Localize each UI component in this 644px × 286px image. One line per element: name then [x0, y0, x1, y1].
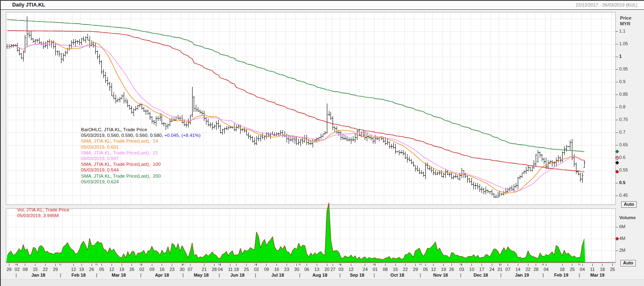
price-tick-label: 1: [619, 54, 622, 59]
x-day-label: 14: [515, 267, 520, 272]
x-day-label: 20: [324, 267, 329, 272]
price-legend-line: SMA, JTIA.KL, Trade Price(Last), 100: [81, 161, 201, 167]
x-day-label: 26: [129, 267, 134, 272]
x-day-label: 03: [459, 267, 464, 272]
month-separator: |: [60, 273, 61, 277]
x-month-label: Feb 18: [71, 273, 85, 277]
x-day-label: 13: [314, 267, 319, 272]
x-day-label: 23: [169, 267, 174, 272]
x-month-label: Aug 18: [312, 273, 327, 277]
x-month-label: Nov 18: [433, 273, 448, 277]
x-day-label: 09: [264, 267, 269, 272]
price-tick-label: 0.8: [619, 104, 625, 109]
month-separator: |: [96, 273, 97, 277]
x-day-label: 18: [560, 267, 565, 272]
month-separator: |: [219, 273, 220, 277]
axis-marker: [616, 170, 619, 174]
axis-marker: [616, 237, 619, 241]
x-day-label: 30: [180, 267, 184, 272]
month-separator: |: [340, 273, 341, 277]
x-day-label: 15: [33, 267, 38, 272]
x-day-label: 25: [610, 267, 615, 272]
chart-stage: 1.11.0510.950.90.850.80.750.70.650.60.55…: [1, 10, 644, 286]
month-separator: |: [182, 273, 184, 277]
x-day-label: 19: [119, 267, 124, 272]
price-legend-line: 05/03/2019, 0.624: [81, 179, 201, 185]
x-day-label: 08: [383, 267, 388, 272]
price-legend-line: 05/03/2019, 0.544: [81, 167, 201, 173]
price-legend-line: BarOHLC, JTIA.KL, Trade Price: [81, 127, 201, 132]
x-month-label: May 18: [194, 273, 209, 277]
price-axis-header: Price: [620, 15, 631, 20]
x-day-label: 15: [393, 267, 398, 272]
price-tick-label: 0.5: [619, 180, 625, 185]
x-month-label: Mar 18: [112, 273, 126, 277]
volume-legend-line: 05/03/2019, 3.995M: [17, 213, 69, 218]
axis-marker: [616, 161, 619, 165]
x-day-label: 04: [580, 267, 585, 272]
x-day-label: 12: [431, 267, 436, 272]
x-day-label: 23: [284, 267, 289, 272]
x-day-label: 29: [53, 267, 58, 272]
x-day-label: 05: [423, 267, 428, 272]
price-tick-label: 0.65: [619, 142, 628, 147]
x-month-label: Sep 18: [350, 273, 364, 277]
price-legend-line: 05/03/2019, 0.560, 0.590, 0.560, 0.580, …: [81, 132, 201, 138]
x-day-label: 28: [534, 267, 539, 272]
x-day-label: 19: [441, 267, 446, 272]
volume-tick-label: 2M: [619, 248, 625, 253]
x-day-label: 31: [497, 267, 502, 272]
price-tick-label: 0.9: [619, 79, 625, 84]
x-day-label: 18: [234, 267, 239, 272]
price-legend-line: 05/03/2019, 0.597: [81, 156, 201, 161]
x-day-label: 29: [413, 267, 418, 272]
x-month-label: Jun 18: [230, 273, 245, 277]
volume-axis-auto-button[interactable]: Auto: [620, 260, 636, 266]
x-day-label: 22: [43, 267, 48, 272]
bottom-strip: [1, 279, 644, 286]
x-day-label: 12: [348, 267, 353, 272]
x-day-label: 18: [600, 267, 605, 272]
x-day-label: 26: [449, 267, 454, 272]
volume-legend-line: Vol, JTIA.KL, Trade Price: [17, 207, 69, 213]
x-day-label: 25: [570, 267, 575, 272]
month-separator: |: [255, 273, 256, 277]
price-tick-label: 1.05: [619, 41, 628, 46]
x-month-label: Jul 18: [271, 273, 284, 277]
price-tick-label: 0.75: [619, 117, 628, 122]
x-day-label: 16: [274, 267, 279, 272]
x-day-label: 24: [489, 267, 494, 272]
x-day-label: 19: [79, 267, 84, 272]
month-separator: |: [299, 273, 300, 277]
x-month-label: Oct 18: [390, 273, 404, 277]
price-tick-label: 0.7: [619, 130, 625, 134]
price-axis-auto-button[interactable]: Auto: [621, 201, 637, 208]
month-separator: |: [374, 273, 375, 277]
x-day-label: 16: [160, 267, 164, 272]
x-month-label: Feb 19: [554, 273, 568, 277]
price-tick-label: 0.6: [619, 155, 625, 160]
x-day-label: 07: [506, 267, 510, 272]
chart-title: Daily JTIA.KL: [12, 2, 45, 8]
price-tick-label: 0.85: [619, 92, 628, 97]
x-day-label: 26: [89, 267, 94, 272]
x-day-label: 24: [363, 267, 368, 272]
x-day-label: 17: [479, 267, 484, 272]
x-month-label: Mar 19: [590, 273, 605, 277]
x-day-label: 21: [202, 267, 207, 272]
x-day-label: 10: [469, 267, 474, 272]
x-day-label: 01: [372, 267, 377, 272]
month-separator: |: [579, 273, 580, 277]
price-pane-legend[interactable]: BarOHLC, JTIA.KL, Trade Price05/03/2019,…: [81, 127, 201, 185]
x-day-label: 02: [139, 267, 144, 272]
month-separator: |: [500, 273, 502, 277]
axis-marker: [616, 150, 619, 154]
volume-pane-legend[interactable]: Vol, JTIA.KL, Trade Price05/03/2019, 3.9…: [17, 207, 69, 218]
x-day-label: 09: [149, 267, 154, 272]
x-day-label: 02: [254, 267, 259, 272]
x-day-label: 25: [244, 267, 249, 272]
price-tick-label: 0.95: [619, 66, 628, 71]
price-tick-label: 0.55: [619, 167, 628, 172]
title-bar: Daily JTIA.KL 22/12/2017 - 26/03/2019 (K…: [1, 1, 644, 10]
x-day-label: 26: [7, 267, 11, 272]
